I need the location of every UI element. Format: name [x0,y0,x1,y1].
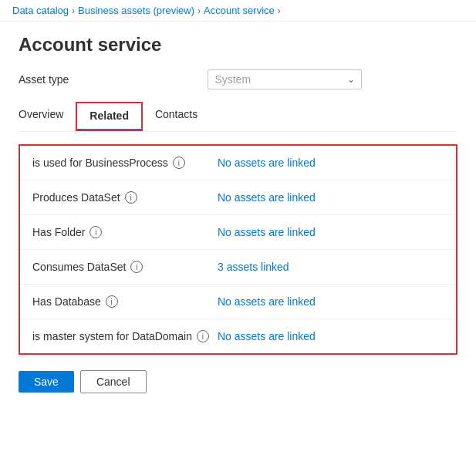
related-status-produces-dataset[interactable]: No assets are linked [218,191,316,204]
info-icon-has-database: i [106,295,118,308]
related-panel: is used for BusinessProcess i No assets … [19,144,457,355]
related-row-has-folder: Has Folder i No assets are linked [20,215,456,250]
related-status-has-folder[interactable]: No assets are linked [218,226,316,238]
tab-contacts[interactable]: Contacts [143,102,210,131]
info-icon-has-folder: i [89,226,102,238]
related-label-has-database: Has Database [32,295,101,308]
info-icon-master-data-domain: i [197,330,209,342]
cancel-button[interactable]: Cancel [80,370,147,393]
info-icon-business-process: i [173,157,185,169]
related-label-has-folder: Has Folder [32,226,85,238]
breadcrumb: Data catalog › Business assets (preview)… [0,0,476,22]
related-label-business-process: is used for BusinessProcess [32,157,168,169]
related-row-has-database: Has Database i No assets are linked [20,285,456,319]
page-title: Account service [19,34,457,56]
related-row-consumes-dataset: Consumes DataSet i 3 assets linked [20,250,456,285]
related-row-business-process: is used for BusinessProcess i No assets … [20,146,456,180]
footer-actions: Save Cancel [0,355,476,409]
info-icon-consumes-dataset: i [130,261,143,273]
related-row-master-data-domain: is master system for DataDomain i No ass… [20,319,456,353]
tab-overview[interactable]: Overview [19,102,76,131]
breadcrumb-sep-2: › [197,5,201,16]
asset-type-row: Asset type System ⌄ [19,69,457,89]
breadcrumb-account-service[interactable]: Account service [204,5,275,16]
asset-type-label: Asset type [19,73,69,86]
breadcrumb-sep-3: › [278,5,281,16]
breadcrumb-sep-1: › [72,5,75,16]
asset-type-dropdown[interactable]: System ⌄ [208,69,362,89]
related-status-consumes-dataset[interactable]: 3 assets linked [218,261,289,273]
info-icon-produces-dataset: i [125,191,137,204]
related-row-produces-dataset: Produces DataSet i No assets are linked [20,180,456,215]
breadcrumb-business-assets[interactable]: Business assets (preview) [78,5,194,16]
related-status-has-database[interactable]: No assets are linked [218,295,316,308]
tab-related[interactable]: Related [76,102,143,131]
related-label-master-data-domain: is master system for DataDomain [32,330,192,342]
chevron-down-icon: ⌄ [347,74,355,85]
related-status-business-process[interactable]: No assets are linked [218,157,316,169]
related-status-master-data-domain[interactable]: No assets are linked [218,330,316,342]
breadcrumb-data-catalog[interactable]: Data catalog [12,5,69,16]
save-button[interactable]: Save [19,371,74,393]
related-label-produces-dataset: Produces DataSet [32,191,120,204]
tabs-row: Overview Related Contacts [19,102,457,132]
asset-type-value: System [214,73,251,86]
related-label-consumes-dataset: Consumes DataSet [32,261,126,273]
